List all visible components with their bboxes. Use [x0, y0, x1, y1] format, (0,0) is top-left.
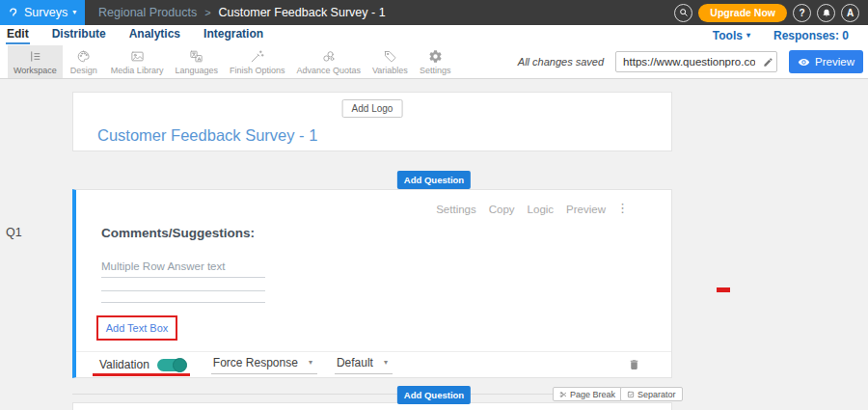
answer-placeholder: Multiple Row Answer text	[101, 260, 225, 272]
add-question-button-bottom[interactable]: Add Question	[397, 386, 471, 404]
topbar-actions: Upgrade Now ? A	[674, 4, 868, 22]
chevron-down-icon: ▾	[384, 359, 388, 367]
force-response-dropdown[interactable]: Force Response ▾	[211, 356, 317, 374]
toolbar-item-advance-quotas[interactable]: Advance Quotas	[290, 45, 366, 78]
breadcrumb-parent[interactable]: Regional Products	[98, 6, 197, 19]
notifications-button[interactable]	[817, 4, 835, 22]
bell-icon	[822, 8, 831, 17]
chevron-down-icon: ▾	[746, 32, 750, 40]
answer-row-line	[101, 277, 265, 278]
trash-icon	[628, 358, 640, 371]
questionpro-survey-editor: Surveys ▾ Regional Products > Customer F…	[0, 0, 868, 410]
menubar-right: Tools ▾ Responses: 0	[713, 29, 858, 42]
menu-tabs: Edit Distribute Analytics Integration	[6, 26, 264, 44]
chevron-down-icon: ▾	[309, 359, 312, 367]
search-button[interactable]	[674, 4, 692, 22]
kebab-menu-icon[interactable]: ⋮	[616, 202, 629, 214]
toolbar-item-settings[interactable]: Settings	[414, 45, 457, 78]
upgrade-button[interactable]: Upgrade Now	[698, 4, 787, 22]
workspace-icon	[28, 49, 42, 64]
question-actions: Settings Copy Logic Preview	[436, 204, 606, 215]
scissors-icon	[559, 391, 567, 398]
toolbar-item-design[interactable]: Design	[63, 45, 105, 78]
survey-toolbar: Workspace Design Media Library Languages…	[0, 45, 868, 79]
answer-row-line	[101, 302, 265, 303]
validation-annotation-underline	[93, 373, 190, 376]
answer-row-line	[101, 290, 265, 291]
checkbox-checked-icon	[627, 391, 635, 398]
help-button[interactable]: ?	[793, 4, 811, 22]
survey-url-field	[615, 51, 777, 72]
tab-analytics[interactable]: Analytics	[128, 26, 181, 44]
search-icon	[679, 8, 689, 17]
pencil-icon	[763, 57, 773, 68]
survey-canvas: Q1 Add Logo Customer Feedback Survey - 1…	[0, 79, 868, 410]
add-text-box-highlight: Add Text Box	[96, 315, 177, 341]
next-block-card	[72, 402, 672, 410]
add-logo-button[interactable]: Add Logo	[342, 99, 403, 118]
question-number: Q1	[6, 226, 22, 239]
survey-url-input[interactable]	[615, 51, 777, 72]
magic-wand-icon	[250, 49, 264, 64]
toggle-knob	[173, 358, 187, 372]
question-logic-link[interactable]: Logic	[528, 204, 555, 215]
question-text[interactable]: Comments/Suggestions:	[101, 226, 255, 240]
product-label: Surveys	[24, 6, 68, 19]
tools-menu[interactable]: Tools ▾	[713, 29, 750, 42]
delete-question-button[interactable]	[628, 358, 640, 371]
red-dash-annotation	[717, 287, 730, 292]
survey-title[interactable]: Customer Feedback Survey - 1	[97, 126, 317, 145]
questionpro-logo-icon	[7, 6, 19, 20]
chevron-down-icon: ▾	[72, 9, 76, 16]
edit-url-button[interactable]	[763, 57, 773, 68]
preview-button[interactable]: Preview	[789, 50, 863, 73]
tag-icon	[383, 49, 397, 64]
toolbar-item-finish-options[interactable]: Finish Options	[224, 45, 291, 78]
validation-label: Validation	[99, 358, 149, 371]
question-copy-link[interactable]: Copy	[489, 204, 515, 215]
toolbar-item-languages[interactable]: Languages	[169, 45, 224, 78]
separator-button[interactable]: Separator	[620, 387, 683, 401]
question-settings-link[interactable]: Settings	[436, 204, 476, 215]
page-break-button[interactable]: Page Break	[553, 387, 622, 401]
save-status: All changes saved	[518, 56, 604, 68]
breadcrumb-separator-icon: >	[204, 7, 210, 18]
avatar[interactable]: A	[841, 4, 859, 22]
topbar: Surveys ▾ Regional Products > Customer F…	[0, 0, 868, 25]
default-dropdown[interactable]: Default ▾	[335, 356, 393, 374]
tools-label: Tools	[713, 29, 743, 42]
links-icon	[321, 49, 336, 64]
responses-link[interactable]: Responses: 0	[773, 29, 849, 42]
toolbar-item-media-library[interactable]: Media Library	[105, 45, 170, 78]
breadcrumb: Regional Products > Customer Feedback Su…	[98, 6, 386, 19]
tab-distribute[interactable]: Distribute	[51, 26, 107, 44]
add-question-button-top[interactable]: Add Question	[397, 171, 471, 189]
tab-edit[interactable]: Edit	[6, 26, 30, 44]
eye-icon	[798, 56, 810, 68]
breadcrumb-current: Customer Feedback Survey - 1	[219, 6, 386, 19]
question-card: Settings Copy Logic Preview ⋮ Comments/S…	[72, 189, 672, 378]
tab-integration[interactable]: Integration	[203, 26, 264, 44]
question-preview-link[interactable]: Preview	[566, 204, 606, 215]
toolbar-right: All changes saved Preview	[518, 45, 868, 78]
palette-icon	[76, 49, 91, 64]
gear-icon	[428, 49, 443, 64]
image-icon	[130, 49, 145, 64]
add-text-box-link[interactable]: Add Text Box	[106, 322, 169, 334]
toolbar-item-workspace[interactable]: Workspace	[8, 45, 63, 78]
survey-header-card: Add Logo Customer Feedback Survey - 1	[72, 92, 672, 151]
translate-icon	[189, 49, 203, 64]
toolbar-item-variables[interactable]: Variables	[366, 45, 414, 78]
validation-toggle[interactable]	[157, 359, 186, 371]
product-switcher[interactable]: Surveys ▾	[0, 0, 85, 25]
menubar: Edit Distribute Analytics Integration To…	[0, 25, 868, 45]
